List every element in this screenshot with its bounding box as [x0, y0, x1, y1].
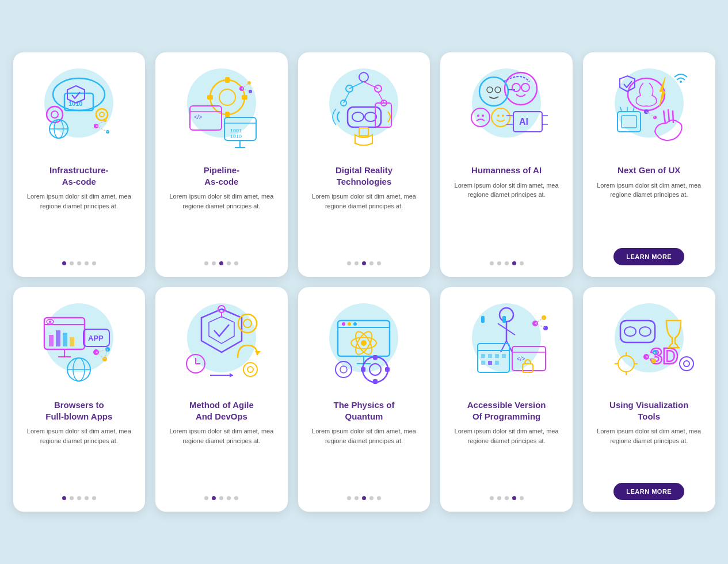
svg-line-140	[498, 323, 506, 329]
card-body-quantum: The Physics of Quantum Lorem ipsum dolor…	[298, 394, 430, 500]
card-body-agile: Method of Agile And DevOps Lorem ipsum d…	[155, 394, 288, 500]
svg-rect-21	[242, 95, 247, 100]
card-illustration-infra: 1010	[13, 52, 146, 159]
card-title-digital: Digital Reality Technologies	[336, 165, 392, 187]
svg-line-77	[620, 107, 622, 112]
svg-point-175	[684, 361, 689, 367]
card-agile-devops: Method of Agile And DevOps Lorem ipsum d…	[155, 287, 288, 512]
svg-line-14	[96, 120, 105, 126]
card-physics-quantum: The Physics of Quantum Lorem ipsum dolor…	[298, 287, 430, 512]
card-body-visualization: Using Visualization Tools Lorem ipsum do…	[583, 394, 715, 500]
card-dots-infra	[62, 261, 96, 265]
svg-rect-87	[63, 333, 67, 346]
svg-point-136	[348, 322, 351, 326]
card-illustration-programming: </>	[440, 287, 573, 394]
dot-5	[92, 261, 96, 265]
svg-text:AI: AI	[519, 117, 528, 127]
card-desc-ux: Lorem ipsum dolor sit dim amet, mea regi…	[593, 181, 705, 242]
card-desc-programming: Lorem ipsum dolor sit dim amet, mea regi…	[451, 426, 562, 489]
card-humanness-ai: AI Humanness of AI Lorem ipsum dolor sit…	[440, 52, 573, 277]
dot-2	[497, 496, 501, 500]
card-illustration-digital	[298, 52, 430, 159]
dot-5	[234, 496, 238, 500]
dot-4	[85, 261, 89, 265]
dot-1	[347, 261, 351, 265]
card-dots-ai	[490, 261, 524, 265]
card-desc-ai: Lorem ipsum dolor sit dim amet, mea regi…	[451, 181, 562, 255]
card-illustration-pipeline: </> 1001 1010	[155, 52, 288, 159]
svg-point-137	[353, 322, 357, 326]
card-dots-agile	[204, 496, 238, 500]
card-illustration-agile	[155, 287, 288, 394]
dot-2	[70, 261, 74, 265]
card-desc-infra: Lorem ipsum dolor sit dim amet, mea regi…	[24, 192, 135, 254]
svg-line-79	[633, 107, 634, 112]
svg-rect-154	[495, 361, 499, 365]
learn-more-button-visualization[interactable]: LEARN MORE	[613, 483, 684, 500]
card-grid: 1010	[13, 52, 715, 512]
dot-4	[85, 496, 89, 500]
dot-3	[362, 261, 366, 265]
learn-more-button-ux[interactable]: LEARN MORE	[613, 248, 684, 265]
svg-point-55	[495, 87, 501, 93]
svg-text:1010: 1010	[230, 134, 242, 139]
svg-rect-129	[373, 379, 378, 384]
svg-rect-19	[225, 112, 230, 117]
svg-point-165	[624, 327, 636, 336]
svg-point-169	[618, 356, 634, 372]
card-body-infra: Infrastructure- As-code Lorem ipsum dolo…	[13, 159, 146, 265]
card-dots-pipeline	[204, 261, 238, 265]
card-body-ux: Next Gen of UX Lorem ipsum dolor sit dim…	[583, 159, 715, 265]
svg-point-126	[363, 357, 388, 382]
svg-point-17	[219, 89, 235, 105]
dot-3	[77, 261, 81, 265]
svg-rect-146	[481, 316, 485, 323]
svg-line-42	[364, 82, 378, 89]
svg-rect-48	[375, 103, 391, 127]
dot-3	[219, 496, 223, 500]
dot-3	[77, 496, 81, 500]
card-title-programming: Accessible Version Of Programming	[467, 399, 546, 422]
dot-5	[234, 261, 238, 265]
svg-rect-86	[56, 330, 60, 346]
svg-rect-152	[481, 361, 485, 365]
svg-point-123	[361, 340, 367, 346]
svg-point-50	[505, 73, 537, 105]
svg-rect-76	[622, 116, 636, 128]
svg-point-90	[49, 321, 51, 323]
card-dots-quantum	[347, 496, 381, 500]
svg-line-101	[96, 352, 105, 359]
svg-point-109	[243, 319, 251, 327]
card-title-browsers: Browsers to Full-blown Apps	[45, 399, 112, 422]
dot-4	[369, 261, 373, 265]
svg-point-36	[359, 73, 368, 82]
svg-point-4	[51, 111, 58, 118]
svg-point-132	[336, 361, 352, 378]
dot-4	[369, 496, 373, 500]
card-digital-reality: Digital Reality Technologies Lorem ipsum…	[298, 52, 430, 277]
card-title-ux: Next Gen of UX	[618, 165, 680, 176]
dot-3	[362, 496, 366, 500]
card-desc-agile: Lorem ipsum dolor sit dim amet, mea regi…	[166, 426, 277, 489]
svg-point-52	[521, 83, 529, 92]
svg-point-61	[502, 115, 504, 117]
svg-rect-153	[488, 361, 492, 365]
svg-point-73	[680, 81, 682, 83]
card-title-ai: Humanness of AI	[471, 165, 542, 176]
svg-point-6	[100, 112, 104, 117]
dot-2	[70, 496, 74, 500]
svg-marker-114	[230, 373, 233, 378]
svg-point-138	[500, 308, 513, 322]
card-infra-as-code: 1010	[13, 52, 146, 277]
dot-5	[520, 261, 524, 265]
card-illustration-ai: AI	[440, 52, 573, 159]
svg-rect-130	[361, 367, 365, 372]
svg-rect-131	[385, 367, 390, 372]
dot-1	[62, 496, 66, 500]
svg-line-162	[535, 318, 544, 323]
dot-4	[227, 261, 231, 265]
dot-3	[219, 261, 223, 265]
dot-1	[347, 496, 351, 500]
svg-point-56	[471, 108, 490, 127]
card-dots-digital	[347, 261, 381, 265]
